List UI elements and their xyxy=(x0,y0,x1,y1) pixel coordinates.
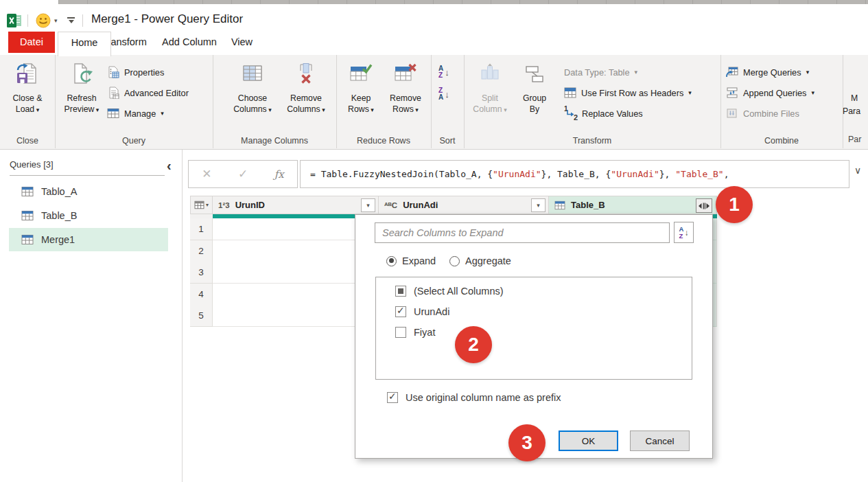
refresh-preview-button[interactable]: Refresh Preview xyxy=(59,62,104,115)
row-number[interactable]: 5 xyxy=(190,305,213,327)
keep-rows-button[interactable]: Keep Rows xyxy=(340,62,382,115)
queries-header-underline xyxy=(10,175,165,176)
row-number[interactable]: 2 xyxy=(190,240,213,262)
use-original-column-name-checkbox[interactable]: Use original column name as prefix xyxy=(387,392,561,403)
replace-values-button[interactable]: 1 2 Replace Values xyxy=(564,104,643,122)
sidebar-item-merge1-selected[interactable]: Merge1 xyxy=(9,228,168,251)
remove-rows-icon xyxy=(394,62,417,85)
search-columns-input[interactable] xyxy=(375,222,670,243)
group-by-icon xyxy=(523,62,546,85)
advanced-editor-button[interactable]: Advanced Editor xyxy=(107,84,189,102)
group-label-close: Close xyxy=(0,136,55,146)
select-all-corner-button[interactable]: ▾ xyxy=(190,196,213,214)
query-table-icon xyxy=(21,210,34,221)
column-header-urunid[interactable]: 1²3 UrunID ▾ xyxy=(213,196,379,214)
properties-icon xyxy=(107,66,119,78)
cutoff-manage-parameters-label: Para xyxy=(843,106,860,116)
formula-bar-expand-chevron-icon[interactable]: ∨ xyxy=(854,165,861,176)
fx-icon[interactable]: ƒx xyxy=(274,168,284,181)
group-label-manage-columns: Manage Columns xyxy=(213,136,336,146)
ribbon-group-manage-columns: Choose Columns Remove Columns Manage Col… xyxy=(213,55,337,148)
columns-list-box: (Select All Columns) UrunAdi Fiyat xyxy=(375,277,692,380)
radio-expand[interactable]: Expand xyxy=(386,255,436,266)
row-number[interactable]: 1 xyxy=(190,218,213,240)
feedback-smiley-icon[interactable] xyxy=(36,13,51,28)
smiley-dropdown-caret-icon[interactable]: ▾ xyxy=(54,17,58,24)
sort-ascending-button[interactable]: AZ ↓ xyxy=(438,63,458,81)
titlebar-separator xyxy=(27,14,28,27)
ribbon-group-sort: AZ ↓ ZA ↓ Sort xyxy=(431,55,465,148)
query-table-icon xyxy=(21,234,34,245)
data-type-button[interactable]: Data Type: Table xyxy=(564,63,637,81)
column-header-urunadi[interactable]: ᴬᴮC UrunAdi ▾ xyxy=(379,196,549,214)
grid-cell[interactable] xyxy=(213,284,379,306)
replace-values-icon: 1 2 xyxy=(564,107,577,120)
formula-input[interactable]: = Table.FuzzyNestedJoin(Tablo_A, {"UrunA… xyxy=(300,160,849,188)
ribbon-group-close: Close & Load Close xyxy=(0,55,56,148)
properties-button[interactable]: Properties xyxy=(107,63,164,81)
table-type-icon xyxy=(554,200,565,210)
power-query-editor-window: ▾ Merge1 - Power Query Editor Datei Home… xyxy=(0,0,868,482)
merge-queries-button[interactable]: Merge Queries xyxy=(726,63,809,81)
close-and-load-button[interactable]: Close & Load xyxy=(4,62,51,115)
sort-columns-button[interactable]: AZ ↓ xyxy=(674,222,694,243)
expand-column-button[interactable] xyxy=(696,198,712,213)
list-item-fiyat[interactable]: Fiyat xyxy=(395,325,435,340)
cancel-entry-icon[interactable]: ✕ xyxy=(202,167,211,181)
commit-entry-icon[interactable]: ✓ xyxy=(238,167,248,181)
column-header-table-b[interactable]: Table_B xyxy=(549,196,717,214)
sidebar-item-table-b[interactable]: Table_B xyxy=(9,204,168,227)
group-by-button[interactable]: Group By xyxy=(515,62,554,115)
remove-columns-icon xyxy=(294,62,318,85)
row-number[interactable]: 3 xyxy=(190,262,213,284)
remove-rows-button[interactable]: Remove Rows xyxy=(384,62,427,115)
split-column-icon xyxy=(478,62,502,85)
manage-table-icon xyxy=(107,108,119,119)
ribbon-group-combine: Merge Queries Append Queries xyxy=(720,55,843,148)
sort-za-icon: ZA xyxy=(438,87,443,101)
sort-descending-button[interactable]: ZA ↓ xyxy=(438,85,458,103)
keep-rows-icon xyxy=(349,62,373,85)
queries-pane-header: Queries [3] xyxy=(10,159,54,170)
ribbon: Close & Load Close Refresh Preview xyxy=(0,55,868,150)
sidebar-item-tablo-a[interactable]: Tablo_A xyxy=(9,180,168,203)
numeric-type-icon: 1²3 xyxy=(218,201,230,209)
collapse-pane-chevron-icon[interactable]: ‹ xyxy=(167,159,172,172)
cutoff-manage-parameters-label: M xyxy=(851,93,858,103)
combine-files-icon xyxy=(726,108,738,119)
tab-add-column[interactable]: Add Column xyxy=(156,32,222,53)
tab-home[interactable]: Home xyxy=(58,32,111,56)
cancel-button[interactable]: Cancel xyxy=(630,431,690,451)
append-queries-icon xyxy=(726,87,738,98)
tab-view[interactable]: View xyxy=(223,32,261,53)
radio-aggregate[interactable]: Aggregate xyxy=(449,255,511,266)
group-label-sort: Sort xyxy=(431,136,464,146)
radio-selected-icon xyxy=(386,256,397,266)
filter-dropdown-icon[interactable]: ▾ xyxy=(531,198,546,212)
remove-columns-button[interactable]: Remove Columns xyxy=(281,62,331,115)
grid-cell[interactable] xyxy=(213,218,379,240)
cutoff-group-label-parameters: Par xyxy=(848,135,861,144)
list-item-select-all-columns[interactable]: (Select All Columns) xyxy=(395,284,504,299)
expand-column-popup: AZ ↓ Expand Aggregate (Select All Column… xyxy=(355,214,713,459)
manage-button[interactable]: Manage xyxy=(107,104,164,122)
corner-caret-icon: ▾ xyxy=(206,202,209,208)
filter-dropdown-icon[interactable]: ▾ xyxy=(361,198,375,212)
choose-columns-button[interactable]: Choose Columns xyxy=(228,62,277,115)
list-item-urunadi[interactable]: UrunAdi xyxy=(395,304,449,319)
query-table-icon xyxy=(21,186,34,197)
grid-cell[interactable] xyxy=(213,262,379,284)
append-queries-button[interactable]: Append Queries xyxy=(726,84,814,102)
customize-toolbar-icon[interactable] xyxy=(67,16,76,25)
formula-toolbar: ✕ ✓ ƒx xyxy=(188,160,298,188)
use-first-row-as-headers-button[interactable]: Use First Row as Headers xyxy=(564,84,692,102)
group-label-combine: Combine xyxy=(720,136,843,146)
split-column-button[interactable]: Split Column xyxy=(468,62,512,115)
row-number[interactable]: 4 xyxy=(190,284,213,306)
queries-pane: Queries [3] ‹ Tablo_A Table_B xyxy=(0,150,183,482)
combine-files-button[interactable]: Combine Files xyxy=(726,104,799,122)
tab-file[interactable]: Datei xyxy=(8,32,55,53)
grid-cell[interactable] xyxy=(213,240,379,262)
ok-button[interactable]: OK xyxy=(559,431,618,451)
grid-cell[interactable] xyxy=(213,305,379,327)
